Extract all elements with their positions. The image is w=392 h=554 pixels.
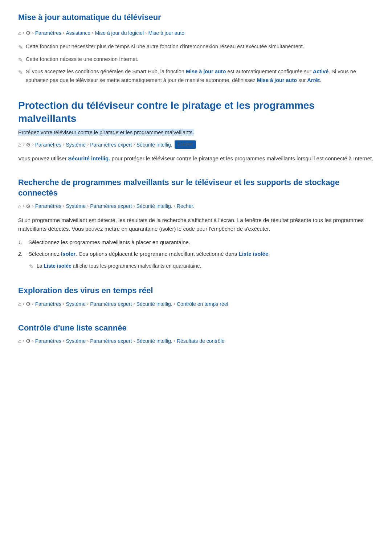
step-num-2: 2. xyxy=(18,250,25,258)
step-text-1: Sélectionnez les programmes malveillants… xyxy=(28,238,190,247)
note-text-1: Cette fonction peut nécessiter plus de t… xyxy=(26,42,304,51)
breadcrumb-parametres[interactable]: Paramètres xyxy=(35,29,61,37)
note-text-2: Cette fonction nécessite une connexion I… xyxy=(26,55,138,63)
section2-title: Protection du téléviseur contre le pirat… xyxy=(18,99,374,126)
section3-title: Recherche de programmes malveillants sur… xyxy=(18,177,374,198)
step-1: 1. Sélectionnez les programmes malveilla… xyxy=(18,238,374,247)
notes-list: ✎ Cette fonction peut nécessiter plus de… xyxy=(18,42,374,85)
home-icon: ⌂ xyxy=(18,29,21,37)
highlighted-subtitle: Protégez votre téléviseur contre le pira… xyxy=(18,129,194,136)
step-text-2: Sélectionnez Isoler. Ces options déplace… xyxy=(28,250,270,258)
sub-note-text: La Liste isolée affiche tous les program… xyxy=(37,262,201,270)
breadcrumb-s4-controle[interactable]: Contrôle en temps réel xyxy=(177,300,228,308)
breadcrumb-s2-securite[interactable]: Sécurité intellig. xyxy=(136,141,172,149)
section5-title: Contrôle d'une liste scannée xyxy=(18,323,374,333)
pencil-icon-sub: ✎ xyxy=(29,262,34,271)
step-2: 2. Sélectionnez Isoler. Ces options dépl… xyxy=(18,250,374,258)
steps-list: 1. Sélectionnez les programmes malveilla… xyxy=(18,238,374,258)
breadcrumb-maj-logiciel[interactable]: Mise à jour du logiciel xyxy=(95,29,144,37)
section4-title: Exploration des virus en temps réel xyxy=(18,286,374,296)
link-liste-isolee-1[interactable]: Liste isolée xyxy=(239,251,269,257)
section-exploration: Exploration des virus en temps réel ⌂ › … xyxy=(18,286,374,308)
breadcrumb-s4-securite[interactable]: Sécurité intellig. xyxy=(136,300,172,308)
breadcrumb-s5-parametres-expert[interactable]: Paramètres expert xyxy=(90,337,132,345)
breadcrumb-s3-securite[interactable]: Sécurité intellig. xyxy=(136,202,172,210)
breadcrumb-s5-parametres[interactable]: Paramètres xyxy=(35,337,61,345)
link-maj-auto-1[interactable]: Mise à jour auto xyxy=(186,69,226,74)
link-active[interactable]: Activé xyxy=(313,69,329,74)
pencil-icon-3: ✎ xyxy=(18,68,23,77)
breadcrumb-section2: ⌂ › ⚙ › Paramètres › Système › Paramètre… xyxy=(18,140,374,149)
section-protection: Protection du téléviseur contre le pirat… xyxy=(18,99,374,163)
section2-subtitle: Protégez votre téléviseur contre le pira… xyxy=(18,128,374,137)
link-liste-isolee-2[interactable]: Liste isolée xyxy=(44,263,71,269)
breadcrumb-s3-parametres[interactable]: Paramètres xyxy=(35,202,61,210)
note-item-2: ✎ Cette fonction nécessite une connexion… xyxy=(18,55,374,65)
breadcrumb-s2-systeme[interactable]: Système xyxy=(66,141,85,149)
try-badge[interactable]: Essayer xyxy=(175,140,196,149)
link-arret[interactable]: Arrêt xyxy=(307,77,320,83)
breadcrumb-s4-systeme[interactable]: Système xyxy=(66,300,85,308)
breadcrumb-s5-systeme[interactable]: Système xyxy=(66,337,85,345)
breadcrumb-section4: ⌂ › ⚙ › Paramètres › Système › Paramètre… xyxy=(18,300,374,308)
sub-note: ✎ La Liste isolée affiche tous les progr… xyxy=(29,262,374,271)
breadcrumb-assistance[interactable]: Assistance xyxy=(66,29,90,37)
breadcrumb-s3-parametres-expert[interactable]: Paramètres expert xyxy=(90,202,132,210)
breadcrumb-s2-parametres[interactable]: Paramètres xyxy=(35,141,61,149)
section2-body: Vous pouvez utiliser Sécurité intellig. … xyxy=(18,154,374,163)
gear-icon: ⚙ xyxy=(26,29,30,37)
link-securite-intellig-1[interactable]: Sécurité intellig. xyxy=(68,155,110,161)
gear-icon-3: ⚙ xyxy=(26,202,30,211)
link-isoler[interactable]: Isoler xyxy=(61,251,75,257)
gear-icon-2: ⚙ xyxy=(26,140,30,149)
section-controle: Contrôle d'une liste scannée ⌂ › ⚙ › Par… xyxy=(18,323,374,346)
section1-title: Mise à jour automatique du téléviseur xyxy=(18,11,374,24)
home-icon-5: ⌂ xyxy=(18,337,21,345)
pencil-icon-2: ✎ xyxy=(18,56,23,65)
home-icon-3: ⌂ xyxy=(18,202,21,211)
section-mise-a-jour: Mise à jour automatique du téléviseur ⌂ … xyxy=(18,11,374,85)
breadcrumb-s3-systeme[interactable]: Système xyxy=(66,202,85,210)
section3-body1: Si un programme malveillant est détecté,… xyxy=(18,216,374,234)
section-recherche: Recherche de programmes malveillants sur… xyxy=(18,177,374,271)
note-item-3: ✎ Si vous acceptez les conditions généra… xyxy=(18,67,374,84)
link-maj-auto-2[interactable]: Mise à jour auto xyxy=(257,77,297,83)
gear-icon-5: ⚙ xyxy=(26,337,30,345)
gear-icon-4: ⚙ xyxy=(26,300,30,308)
step-num-1: 1. xyxy=(18,238,25,247)
home-icon-2: ⌂ xyxy=(18,140,21,149)
note-item-1: ✎ Cette fonction peut nécessiter plus de… xyxy=(18,42,374,52)
breadcrumb-s4-parametres[interactable]: Paramètres xyxy=(35,300,61,308)
breadcrumb-maj-auto[interactable]: Mise à jour auto xyxy=(148,29,184,37)
breadcrumb-s5-resultats[interactable]: Résultats de contrôle xyxy=(177,337,225,345)
breadcrumb-s3-recher[interactable]: Recher. xyxy=(177,202,194,210)
note-text-3: Si vous acceptez les conditions générale… xyxy=(26,67,374,84)
breadcrumb-section3: ⌂ › ⚙ › Paramètres › Système › Paramètre… xyxy=(18,202,374,211)
breadcrumb-s4-parametres-expert[interactable]: Paramètres expert xyxy=(90,300,132,308)
breadcrumb-section1: ⌂ › ⚙ › Paramètres › Assistance › Mise à… xyxy=(18,29,374,37)
breadcrumb-s5-securite[interactable]: Sécurité intellig. xyxy=(136,337,172,345)
breadcrumb-s2-parametres-expert[interactable]: Paramètres expert xyxy=(90,141,132,149)
home-icon-4: ⌂ xyxy=(18,300,21,308)
breadcrumb-section5: ⌂ › ⚙ › Paramètres › Système › Paramètre… xyxy=(18,337,374,345)
pencil-icon-1: ✎ xyxy=(18,43,23,52)
